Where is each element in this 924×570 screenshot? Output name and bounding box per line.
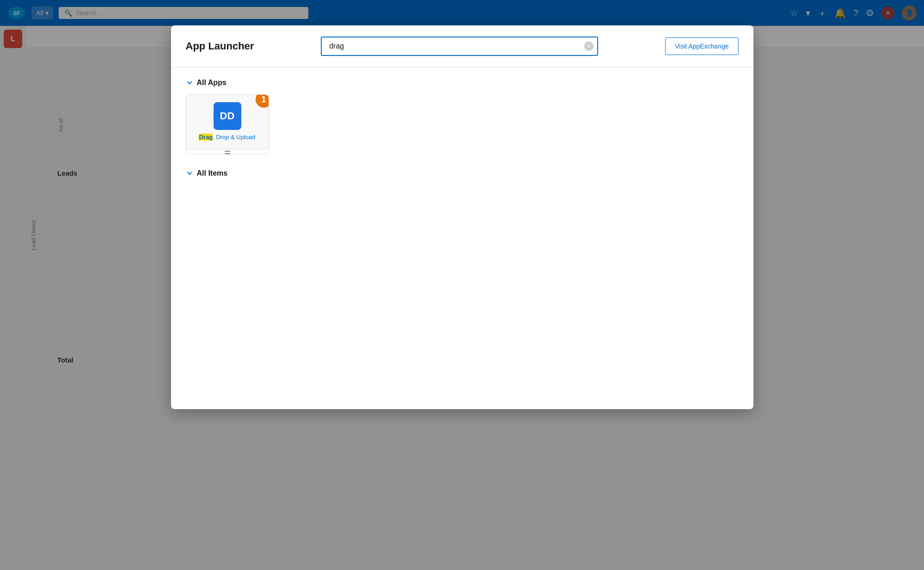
modal-header: App Launcher ✕ Visit AppExchange [171,25,753,67]
app-launcher-modal: App Launcher ✕ Visit AppExchange All App… [171,25,753,409]
all-apps-chevron-icon[interactable] [186,79,193,86]
all-items-chevron-icon[interactable] [186,170,193,177]
apps-grid: DD Drag, Drop & Upload ☰ 1 [186,94,739,154]
all-apps-section-header: All Apps [186,79,739,87]
app-search-input[interactable] [321,37,598,56]
modal-body: All Apps DD Drag, Drop & Upload ☰ 1 [171,67,753,409]
modal-title: App Launcher [186,40,254,52]
app-icon-dd: DD [214,102,241,130]
modal-search-container: ✕ [321,37,598,56]
visit-appexchange-button[interactable]: Visit AppExchange [665,37,739,55]
app-name-rest: , Drop & Upload [213,134,256,141]
all-items-section: All Items [186,169,739,178]
app-card-footer: ☰ [186,149,269,154]
search-clear-button[interactable]: ✕ [584,42,594,51]
all-items-section-header: All Items [186,169,739,178]
all-items-section-title: All Items [197,169,228,178]
app-card-drag-drop-upload[interactable]: DD Drag, Drop & Upload ☰ 1 [186,94,269,154]
app-name-drag-drop: Drag, Drop & Upload [199,134,255,141]
app-name-highlight: Drag [199,134,213,141]
all-apps-section-title: All Apps [197,79,226,87]
app-menu-icon[interactable]: ☰ [224,149,231,154]
